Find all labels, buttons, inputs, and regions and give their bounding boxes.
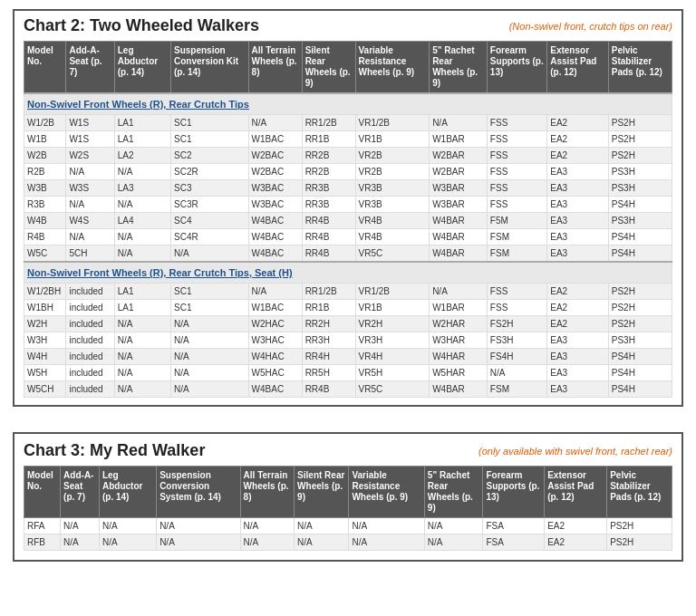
- table-row: W2HincludedN/AN/AW2HACRR2HVR2HW2HARFS2HE…: [24, 316, 672, 332]
- chart2-section: Chart 2: Two Wheeled Walkers (Non-swivel…: [13, 9, 683, 407]
- table-row: R4BN/AN/ASC4RW4BACRR4BVR4BW4BARFSMEA3PS4…: [24, 229, 672, 245]
- table-row: W1/2BHincludedLA1SC1N/ARR1/2BVR1/2BN/AFS…: [24, 284, 672, 300]
- table-row: W1BW1SLA1SC1W1BACRR1BVR1BW1BARFSSEA2PS2H: [24, 131, 672, 148]
- col-abductor: Leg Abductor (p. 14): [114, 42, 170, 94]
- col3-pelvic: Pelvic Stabilizer Pads (p. 12): [607, 467, 672, 518]
- table-row: RFAN/AN/AN/AN/AN/AN/AN/AFSAEA2PS2H: [24, 518, 672, 534]
- chart3-table: Model No. Add-A-Seat (p. 7) Leg Abductor…: [24, 466, 672, 551]
- table-row: R2BN/AN/ASC2RW2BACRR2BVR2BW2BARFSSEA3PS3…: [24, 164, 672, 180]
- chart3-table-wrap: Model No. Add-A-Seat (p. 7) Leg Abductor…: [14, 466, 682, 560]
- col3-extensor: Extensor Assist Pad (p. 12): [545, 467, 607, 518]
- col-terrain: All Terrain Wheels (p. 8): [248, 42, 302, 94]
- chart2-title: Chart 2: Two Wheeled Walkers: [24, 16, 259, 35]
- col3-forearm: Forearm Supports (p. 13): [483, 467, 545, 518]
- table-row: W3HincludedN/AN/AW3HACRR3HVR3HW3HARFS3HE…: [24, 332, 672, 349]
- table-row: W1BHincludedLA1SC1W1BACRR1BVR1BW1BARFSSE…: [24, 300, 672, 316]
- col3-abductor: Leg Abductor (p. 14): [99, 467, 156, 518]
- table-row: W3BW3SLA3SC3W3BACRR3BVR3BW3BARFSSEA3PS3H: [24, 180, 672, 197]
- col3-variable: Variable Resistance Wheels (p. 9): [349, 467, 424, 518]
- table-row: W1/2BW1SLA1SC1N/ARR1/2BVR1/2BN/AFSSEA2PS…: [24, 115, 672, 131]
- table-row: W5CHincludedN/AN/AW4BACRR4BVR5CW4BARFSME…: [24, 381, 672, 398]
- page-wrapper: Chart 2: Two Wheeled Walkers (Non-swivel…: [0, 0, 696, 571]
- col3-terrain: All Terrain Wheels (p. 8): [240, 467, 295, 518]
- table-row: W5HincludedN/AN/AW5HACRR5HVR5HW5HARN/AEA…: [24, 365, 672, 381]
- table-row: W4BW4SLA4SC4W4BACRR4BVR4BW4BARF5MEA3PS3H: [24, 213, 672, 229]
- col-seat: Add-A-Seat (p. 7): [66, 42, 114, 94]
- col3-model: Model No.: [24, 467, 61, 518]
- chart2-section2-header: Non-Swivel Front Wheels (R), Rear Crutch…: [24, 262, 672, 284]
- chart2-note: (Non-swivel front, crutch tips on rear): [509, 21, 672, 32]
- col-extensor: Extensor Assist Pad (p. 12): [547, 42, 609, 94]
- col-model: Model No.: [24, 42, 66, 94]
- col3-rachet: 5" Rachet Rear Wheels (p. 9): [424, 467, 483, 518]
- table-row: RFBN/AN/AN/AN/AN/AN/AN/AFSAEA2PS2H: [24, 534, 672, 551]
- chart2-header-row: Model No. Add-A-Seat (p. 7) Leg Abductor…: [24, 42, 672, 94]
- col-suspension: Suspension Conversion Kit (p. 14): [170, 42, 248, 94]
- chart3-note: (only available with swivel front, rache…: [478, 446, 672, 457]
- chart3-title: Chart 3: My Red Walker: [24, 441, 205, 460]
- col3-suspension: Suspension Conversion System (p. 14): [157, 467, 240, 518]
- col-rachet: 5" Rachet Rear Wheels (p. 9): [430, 42, 488, 94]
- col-forearm: Forearm Supports (p. 13): [487, 42, 546, 94]
- table-row: W4HincludedN/AN/AW4HACRR4HVR4HW4HARFS4HE…: [24, 349, 672, 365]
- table-row: W2BW2SLA2SC2W2BACRR2BVR2BW2BARFSSEA2PS2H: [24, 148, 672, 164]
- col3-seat: Add-A-Seat (p. 7): [61, 467, 100, 518]
- table-row: W5C5CHN/AN/AW4BACRR4BVR5CW4BARFSMEA3PS4H: [24, 245, 672, 263]
- chart2-table: Model No. Add-A-Seat (p. 7) Leg Abductor…: [24, 41, 672, 398]
- col3-silent: Silent Rear Wheels (p. 9): [295, 467, 349, 518]
- chart2-header: Chart 2: Two Wheeled Walkers (Non-swivel…: [24, 16, 672, 35]
- table-row: R3BN/AN/ASC3RW3BACRR3BVR3BW3BARFSSEA3PS4…: [24, 197, 672, 213]
- chart2-section1-header: Non-Swivel Front Wheels (R), Rear Crutch…: [24, 93, 672, 115]
- chart3-header-row: Model No. Add-A-Seat (p. 7) Leg Abductor…: [24, 467, 672, 518]
- col-silent: Silent Rear Wheels (p. 9): [302, 42, 355, 94]
- chart3-header: Chart 3: My Red Walker (only available w…: [14, 434, 682, 466]
- chart3-section: Chart 3: My Red Walker (only available w…: [13, 432, 683, 562]
- col-pelvic: Pelvic Stabilizer Pads (p. 12): [608, 42, 672, 94]
- col-variable: Variable Resistance Wheels (p. 9): [355, 42, 430, 94]
